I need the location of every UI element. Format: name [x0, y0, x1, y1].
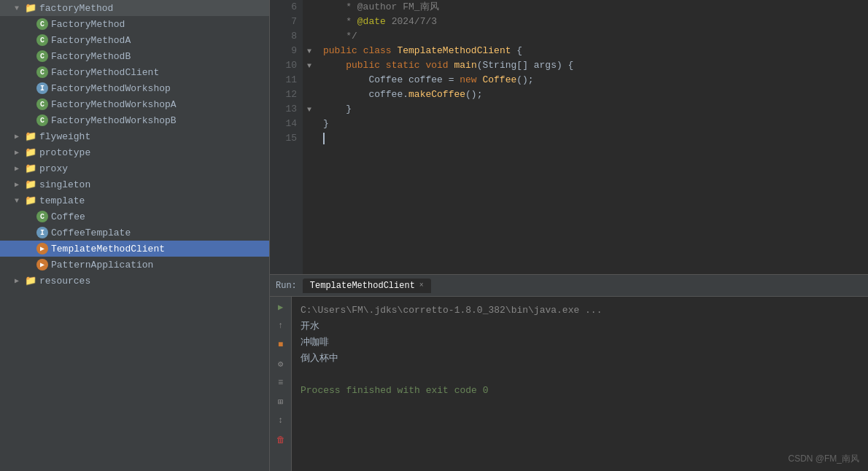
fold-gutter: ▼ ▼ ▼: [303, 0, 316, 274]
fold-icon-9[interactable]: ▼: [303, 44, 316, 58]
run-tab-bar: Run: TemplateMethodClient ×: [270, 275, 868, 297]
sidebar-item-label: factoryMethod: [39, 3, 113, 14]
console-output-line-1: 开水: [301, 319, 859, 335]
arrow-icon: [15, 276, 25, 285]
console-cmd-line: C:\Users\FM\.jdks\corretto-1.8.0_382\bin…: [301, 303, 859, 319]
run-label: Run:: [276, 281, 297, 291]
file-tree[interactable]: 📁 factoryMethod C FactoryMethod C Factor…: [0, 0, 270, 471]
sidebar-item-flyweight[interactable]: 📁 flyweight: [0, 128, 269, 144]
class-icon: C: [36, 98, 48, 110]
clear-button[interactable]: 🗑: [274, 432, 288, 447]
code-line-6: * @author FM_南风: [323, 0, 861, 15]
app-icon: ▶: [36, 243, 48, 254]
interface-icon: I: [36, 82, 48, 94]
code-line-13: }: [323, 102, 861, 117]
sidebar-item-label: proxy: [39, 163, 68, 174]
folder-icon: 📁: [25, 2, 36, 14]
tab-close-button[interactable]: ×: [419, 281, 424, 289]
folder-icon: 📁: [25, 195, 36, 206]
sidebar-item-singleton[interactable]: 📁 singleton: [0, 176, 269, 192]
code-line-8: */: [323, 29, 861, 44]
watermark: CSDN @FM_南风: [788, 453, 859, 465]
code-line-12: coffee.makeCoffee();: [323, 87, 861, 102]
sidebar-item-label: flyweight: [39, 131, 90, 142]
sidebar-item-resources[interactable]: 📁 resources: [0, 273, 269, 289]
code-line-9: public class TemplateMethodClient {: [323, 44, 861, 58]
fold-icon-13[interactable]: ▼: [303, 102, 316, 117]
sidebar-item-label: FactoryMethodWorkshop: [51, 83, 171, 94]
class-icon: C: [36, 18, 48, 30]
sidebar-item-label: FactoryMethodA: [51, 35, 131, 46]
sidebar-item-label: FactoryMethodWorkshopB: [51, 115, 177, 126]
sidebar-item-factorymethodworkshopbtree[interactable]: C FactoryMethodWorkshopB: [0, 112, 269, 128]
arrow-icon: [15, 132, 25, 141]
sidebar-item-label: template: [39, 195, 85, 206]
code-line-14: }: [323, 117, 861, 131]
settings-button[interactable]: ⚙: [274, 357, 288, 371]
rerun-button[interactable]: ↑: [274, 319, 288, 333]
filter-button[interactable]: ⊞: [274, 394, 288, 409]
sidebar-item-factorymethod[interactable]: 📁 factoryMethod: [0, 0, 269, 16]
sidebar-item-label: FactoryMethodB: [51, 51, 131, 62]
sidebar-item-label: prototype: [39, 147, 90, 158]
stop-button[interactable]: ■: [274, 338, 288, 352]
code-line-15: [323, 131, 861, 146]
console-output-line-3: 倒入杯中: [301, 351, 859, 367]
sidebar-item-label: resources: [39, 276, 90, 287]
sidebar-item-patternapplication[interactable]: ▶ PatternApplication: [0, 257, 269, 273]
console-output-line-2: 冲咖啡: [301, 335, 859, 351]
class-icon: C: [36, 114, 48, 126]
sidebar-item-label: FactoryMethodWorkshopA: [51, 99, 177, 110]
sidebar-item-label: PatternApplication: [51, 260, 153, 270]
code-line-10: public static void main(String[] args) {: [323, 58, 861, 73]
arrow-icon: [15, 180, 25, 189]
console-exit-message: Process finished with exit code 0: [301, 383, 859, 399]
sidebar-item-proxy[interactable]: 📁 proxy: [0, 160, 269, 176]
arrow-icon: [15, 4, 25, 12]
line-numbers: 6 7 8 9 10 11 12 13 14 15: [270, 0, 303, 274]
sidebar-item-factorymethodworkshop[interactable]: I FactoryMethodWorkshop: [0, 80, 269, 96]
run-button[interactable]: ▶: [274, 300, 288, 314]
sidebar-item-factorymethoda[interactable]: C FactoryMethodA: [0, 32, 269, 48]
class-icon: C: [36, 34, 48, 46]
sidebar-item-prototype[interactable]: 📁 prototype: [0, 144, 269, 160]
fold-icon-10[interactable]: ▼: [303, 58, 316, 73]
folder-icon: 📁: [25, 275, 36, 287]
folder-icon: 📁: [25, 131, 36, 142]
thread-button[interactable]: ≡: [274, 375, 288, 390]
console-empty-line: [301, 367, 859, 383]
run-tab-label: TemplateMethodClient: [310, 281, 415, 291]
sidebar-item-templatemethodclient[interactable]: ▶ TemplateMethodClient: [0, 241, 269, 257]
sidebar-item-label: FactoryMethod: [51, 19, 125, 30]
sidebar-item-factorymethodb[interactable]: C FactoryMethodB: [0, 48, 269, 64]
sidebar-item-factorymethod-class[interactable]: C FactoryMethod: [0, 16, 269, 32]
run-tab-active[interactable]: TemplateMethodClient ×: [303, 279, 431, 293]
bottom-panel: Run: TemplateMethodClient × ▶ ↑ ■ ⚙ ≡ ⊞ …: [270, 274, 868, 471]
sort-button[interactable]: ↕: [274, 413, 288, 428]
sidebar-item-coffeetemplate[interactable]: I CoffeeTemplate: [0, 225, 269, 241]
class-icon: C: [36, 211, 48, 222]
arrow-icon: [15, 148, 25, 157]
sidebar-item-label: Coffee: [51, 211, 85, 222]
sidebar-item-label: CoffeeTemplate: [51, 227, 131, 238]
folder-icon: 📁: [25, 147, 36, 158]
console-area: ▶ ↑ ■ ⚙ ≡ ⊞ ↕ 🗑 C:\Users\FM\.jdks\corret…: [270, 297, 868, 471]
code-editor: 6 7 8 9 10 11 12 13 14 15 ▼ ▼: [270, 0, 868, 274]
console-toolbar: ▶ ↑ ■ ⚙ ≡ ⊞ ↕ 🗑: [270, 297, 292, 471]
sidebar-item-label: FactoryMethodClient: [51, 67, 159, 78]
sidebar-item-label: TemplateMethodClient: [51, 244, 165, 254]
code-line-7: * @date 2024/7/3: [323, 15, 861, 29]
sidebar-item-factorymethodworkshopatree[interactable]: C FactoryMethodWorkshopA: [0, 96, 269, 112]
arrow-icon: [15, 197, 25, 205]
code-line-11: Coffee coffee = new Coffee();: [323, 73, 861, 87]
code-content[interactable]: * @author FM_南风 * @date 2024/7/3 */ publ…: [316, 0, 868, 274]
interface-icon: I: [36, 227, 48, 238]
console-output: C:\Users\FM\.jdks\corretto-1.8.0_382\bin…: [292, 297, 868, 471]
app-icon: ▶: [36, 259, 48, 270]
sidebar-item-template[interactable]: 📁 template: [0, 192, 269, 209]
sidebar-item-coffee[interactable]: C Coffee: [0, 209, 269, 225]
class-icon: C: [36, 66, 48, 78]
sidebar-item-label: singleton: [39, 179, 90, 190]
class-icon: C: [36, 50, 48, 62]
sidebar-item-factorymethodclient[interactable]: C FactoryMethodClient: [0, 64, 269, 80]
